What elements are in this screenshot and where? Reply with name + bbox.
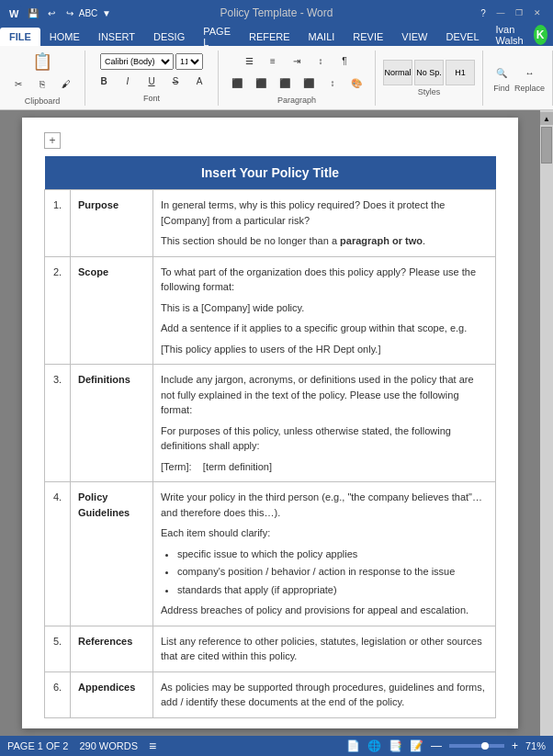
tab-pagelayout[interactable]: PAGE L bbox=[194, 28, 240, 46]
zoom-slider[interactable] bbox=[449, 744, 504, 748]
para-row1: ☰ ≡ ⇥ ↕ ¶ bbox=[238, 51, 356, 72]
minimize-button[interactable]: — bbox=[492, 5, 509, 21]
pg-bullet-3: standards that apply (if appropriate) bbox=[177, 582, 488, 598]
indent-icon[interactable]: ⇥ bbox=[286, 51, 308, 72]
paragraph-group: ☰ ≡ ⇥ ↕ ¶ ⬛ ⬛ ⬛ ⬛ ↕ 🎨 Paragraph bbox=[226, 51, 376, 106]
sort-icon[interactable]: ↕ bbox=[310, 51, 332, 72]
document-scroll[interactable]: + Insert Your Policy Title 1. Purpose In… bbox=[0, 110, 540, 736]
def-line3: [Term]: [term definition] bbox=[161, 459, 488, 475]
strikethrough-icon[interactable]: S bbox=[164, 72, 186, 92]
row-content: Write your policy in the third person (e… bbox=[153, 482, 496, 626]
tab-file[interactable]: FILE bbox=[0, 28, 40, 46]
app-line1: As policies may be supported through pro… bbox=[161, 680, 488, 710]
row-label: Policy Guidelines bbox=[71, 482, 153, 626]
zoom-minus-button[interactable]: — bbox=[431, 739, 442, 752]
tab-insert[interactable]: INSERT bbox=[89, 28, 144, 46]
editing-group: 🔍 Find ↔ Replace bbox=[491, 51, 553, 106]
heading1-style[interactable]: H1 bbox=[446, 60, 475, 85]
scroll-up-button[interactable]: ▲ bbox=[540, 112, 553, 125]
replace-label: Replace bbox=[514, 84, 545, 93]
row-number: 4. bbox=[45, 482, 71, 626]
zoom-percent: 71% bbox=[525, 740, 546, 751]
window-title: Policy Template - Word bbox=[220, 6, 333, 19]
styles-label: Styles bbox=[418, 87, 441, 96]
row-number: 3. bbox=[45, 365, 71, 482]
styles-group: Normal No Sp. H1 Styles bbox=[383, 51, 483, 106]
scrollbar[interactable]: ▲ bbox=[540, 110, 553, 736]
status-left: PAGE 1 OF 2 290 WORDS ≡ bbox=[7, 739, 156, 753]
paste-icon[interactable]: 📋 bbox=[28, 51, 57, 73]
save-icon[interactable]: 💾 bbox=[26, 6, 40, 20]
tab-design[interactable]: DESIG bbox=[144, 28, 194, 46]
close-button[interactable]: ✕ bbox=[529, 5, 546, 21]
format-painter-icon[interactable]: 🖌 bbox=[55, 74, 77, 95]
policy-table: Insert Your Policy Title 1. Purpose In g… bbox=[44, 156, 496, 718]
restore-button[interactable]: ❐ bbox=[511, 5, 527, 21]
cut-copy-row: ✂ ⎘ 🖌 bbox=[7, 74, 77, 95]
table-row: 4. Policy Guidelines Write your policy i… bbox=[45, 482, 496, 626]
redo-icon[interactable]: ↪ bbox=[62, 6, 77, 20]
spelling-icon[interactable]: ABC bbox=[81, 6, 96, 20]
row-number: 2. bbox=[45, 256, 71, 365]
tab-developer[interactable]: DEVEL bbox=[436, 28, 488, 46]
user-avatar[interactable]: K bbox=[534, 25, 547, 45]
add-content-button[interactable]: + bbox=[44, 132, 61, 149]
find-icon[interactable]: 🔍 bbox=[491, 62, 513, 83]
bullets-icon[interactable]: ☰ bbox=[238, 51, 260, 72]
row-content: As policies may be supported through pro… bbox=[153, 671, 496, 717]
copy-icon[interactable]: ⎘ bbox=[31, 74, 53, 95]
align-left-icon[interactable]: ⬛ bbox=[226, 73, 248, 94]
zoom-plus-button[interactable]: + bbox=[512, 739, 518, 752]
tab-review[interactable]: REVIE bbox=[344, 28, 392, 46]
tab-view[interactable]: VIEW bbox=[392, 28, 436, 46]
view-print-icon[interactable]: 📄 bbox=[346, 739, 360, 752]
pg-bullets: specific issue to which the policy appli… bbox=[177, 547, 488, 598]
ribbon-tabs: FILE HOME INSERT DESIG PAGE L REFERE MAI… bbox=[0, 26, 553, 46]
row-label: Scope bbox=[71, 256, 153, 365]
view-web-icon[interactable]: 🌐 bbox=[367, 739, 381, 752]
line-spacing-icon[interactable]: ↕ bbox=[322, 73, 344, 94]
table-row: 2. Scope To what part of the organizatio… bbox=[45, 256, 496, 365]
zoom-thumb bbox=[481, 742, 489, 750]
font-row2: B I U S A bbox=[93, 72, 210, 92]
pg-bullet-2: company's position / behavior / action i… bbox=[177, 564, 488, 580]
cut-icon[interactable]: ✂ bbox=[7, 74, 29, 95]
justify-icon[interactable]: ⬛ bbox=[298, 73, 320, 94]
no-spacing-style[interactable]: No Sp. bbox=[414, 60, 444, 85]
status-right: 📄 🌐 📑 📝 — + 71% bbox=[346, 739, 546, 752]
replace-icon[interactable]: ↔ bbox=[519, 62, 541, 83]
undo-icon[interactable]: ↩ bbox=[44, 6, 59, 20]
font-row1: Calibri (Body) 11 bbox=[100, 53, 203, 70]
tab-mailings[interactable]: MAILI bbox=[299, 28, 344, 46]
pg-line2: Each item should clarify: bbox=[161, 525, 488, 541]
row-label: Purpose bbox=[71, 190, 153, 257]
row-label: Appendices bbox=[71, 671, 153, 717]
italic-icon[interactable]: I bbox=[117, 72, 139, 92]
help-icon[interactable]: ? bbox=[476, 6, 491, 20]
view-outline-icon[interactable]: 📑 bbox=[389, 739, 402, 752]
align-center-icon[interactable]: ⬛ bbox=[250, 73, 272, 94]
show-hide-icon[interactable]: ¶ bbox=[333, 51, 356, 72]
underline-icon[interactable]: U bbox=[141, 72, 163, 92]
row-content: Include any jargon, acronyms, or definit… bbox=[153, 365, 496, 482]
shading-icon[interactable]: 🎨 bbox=[345, 73, 367, 94]
font-family-select[interactable]: Calibri (Body) bbox=[100, 53, 174, 70]
font-color-icon[interactable]: A bbox=[188, 72, 210, 92]
def-line2: For purposes of this policy, unless othe… bbox=[161, 423, 488, 454]
scope-line2: This is a [Company] wide policy. bbox=[161, 300, 488, 316]
customize-icon[interactable]: ▼ bbox=[99, 6, 114, 20]
tab-references[interactable]: REFERE bbox=[240, 28, 299, 46]
purpose-line2: This section should be no longer than a … bbox=[161, 233, 488, 249]
align-right-icon[interactable]: ⬛ bbox=[274, 73, 296, 94]
scroll-thumb[interactable] bbox=[541, 127, 552, 164]
view-draft-icon[interactable]: 📝 bbox=[410, 739, 423, 752]
page-info: PAGE 1 OF 2 bbox=[7, 740, 68, 751]
clipboard-group: 📋 ✂ ⎘ 🖌 Clipboard bbox=[7, 51, 85, 106]
tab-home[interactable]: HOME bbox=[40, 28, 89, 46]
purpose-line1: In general terms, why is this policy req… bbox=[161, 197, 488, 228]
document-area: + Insert Your Policy Title 1. Purpose In… bbox=[0, 110, 553, 736]
normal-style[interactable]: Normal bbox=[383, 60, 412, 85]
numbering-icon[interactable]: ≡ bbox=[262, 51, 284, 72]
bold-icon[interactable]: B bbox=[93, 72, 115, 92]
font-size-select[interactable]: 11 bbox=[175, 53, 203, 70]
